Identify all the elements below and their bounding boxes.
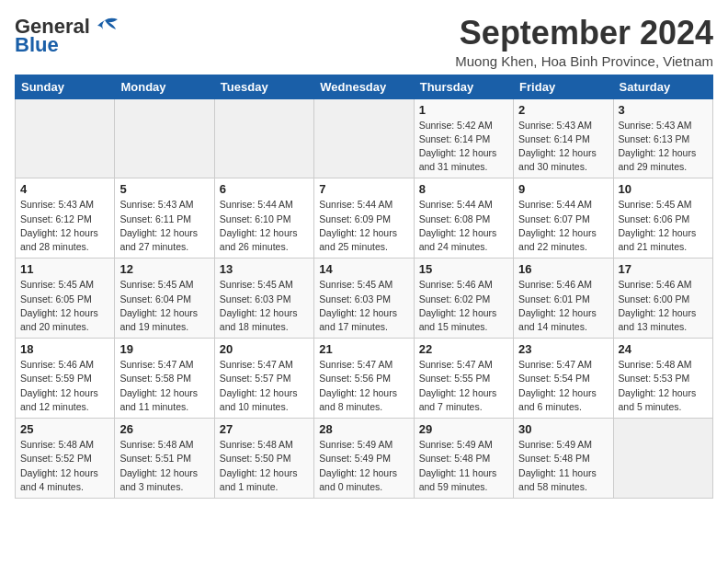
table-row: 2 Sunrise: 5:43 AMSunset: 6:14 PMDayligh… (514, 98, 613, 178)
day-info: Sunrise: 5:46 AMSunset: 6:01 PMDaylight:… (518, 278, 608, 334)
day-info: Sunrise: 5:44 AMSunset: 6:08 PMDaylight:… (419, 198, 508, 254)
table-row: 27 Sunrise: 5:48 AMSunset: 5:50 PMDaylig… (214, 419, 313, 499)
day-number: 2 (518, 103, 608, 117)
calendar-week-row: 18 Sunrise: 5:46 AMSunset: 5:59 PMDaylig… (16, 339, 713, 419)
table-row: 3 Sunrise: 5:43 AMSunset: 6:13 PMDayligh… (613, 98, 712, 178)
location-subtitle: Muong Khen, Hoa Binh Province, Vietnam (455, 53, 713, 69)
day-info: Sunrise: 5:48 AMSunset: 5:50 PMDaylight:… (220, 438, 309, 494)
table-row: 21 Sunrise: 5:47 AMSunset: 5:56 PMDaylig… (314, 339, 414, 419)
day-info: Sunrise: 5:44 AMSunset: 6:09 PMDaylight:… (319, 198, 408, 254)
table-row: 8 Sunrise: 5:44 AMSunset: 6:08 PMDayligh… (414, 178, 513, 259)
day-number: 10 (619, 182, 708, 196)
day-info: Sunrise: 5:47 AMSunset: 5:57 PMDaylight:… (220, 358, 309, 414)
table-row (314, 98, 414, 178)
day-info: Sunrise: 5:45 AMSunset: 6:04 PMDaylight:… (119, 278, 209, 334)
day-number: 21 (319, 342, 408, 356)
day-info: Sunrise: 5:42 AMSunset: 6:14 PMDaylight:… (419, 119, 508, 175)
col-monday: Monday (115, 75, 214, 98)
day-number: 17 (619, 262, 708, 276)
table-row: 24 Sunrise: 5:48 AMSunset: 5:53 PMDaylig… (613, 339, 712, 419)
day-info: Sunrise: 5:49 AMSunset: 5:49 PMDaylight:… (319, 438, 408, 494)
day-info: Sunrise: 5:45 AMSunset: 6:06 PMDaylight:… (619, 198, 708, 254)
day-info: Sunrise: 5:43 AMSunset: 6:14 PMDaylight:… (518, 119, 608, 175)
day-info: Sunrise: 5:47 AMSunset: 5:54 PMDaylight:… (518, 358, 608, 414)
table-row: 15 Sunrise: 5:46 AMSunset: 6:02 PMDaylig… (414, 259, 513, 339)
day-number: 9 (518, 182, 608, 196)
table-row: 23 Sunrise: 5:47 AMSunset: 5:54 PMDaylig… (514, 339, 613, 419)
day-info: Sunrise: 5:46 AMSunset: 6:02 PMDaylight:… (419, 278, 508, 334)
table-row: 12 Sunrise: 5:45 AMSunset: 6:04 PMDaylig… (115, 259, 214, 339)
day-number: 20 (220, 342, 309, 356)
day-info: Sunrise: 5:49 AMSunset: 5:48 PMDaylight:… (518, 438, 608, 494)
logo-bird-icon (92, 17, 119, 37)
table-row: 7 Sunrise: 5:44 AMSunset: 6:09 PMDayligh… (314, 178, 414, 259)
day-info: Sunrise: 5:45 AMSunset: 6:05 PMDaylight:… (20, 278, 109, 334)
day-number: 29 (419, 422, 508, 436)
day-info: Sunrise: 5:47 AMSunset: 5:55 PMDaylight:… (419, 358, 508, 414)
day-number: 11 (20, 262, 109, 276)
day-info: Sunrise: 5:47 AMSunset: 5:58 PMDaylight:… (119, 358, 209, 414)
table-row: 29 Sunrise: 5:49 AMSunset: 5:48 PMDaylig… (414, 419, 513, 499)
day-number: 3 (619, 103, 708, 117)
table-row: 17 Sunrise: 5:46 AMSunset: 6:00 PMDaylig… (613, 259, 712, 339)
day-info: Sunrise: 5:49 AMSunset: 5:48 PMDaylight:… (419, 438, 508, 494)
day-number: 16 (518, 262, 608, 276)
day-number: 27 (220, 422, 309, 436)
day-info: Sunrise: 5:44 AMSunset: 6:07 PMDaylight:… (518, 198, 608, 254)
day-number: 19 (119, 342, 209, 356)
table-row: 20 Sunrise: 5:47 AMSunset: 5:57 PMDaylig… (214, 339, 313, 419)
day-info: Sunrise: 5:46 AMSunset: 5:59 PMDaylight:… (20, 358, 109, 414)
table-row: 10 Sunrise: 5:45 AMSunset: 6:06 PMDaylig… (613, 178, 712, 259)
col-wednesday: Wednesday (314, 75, 414, 98)
table-row: 18 Sunrise: 5:46 AMSunset: 5:59 PMDaylig… (16, 339, 115, 419)
logo-blue-text: Blue (15, 33, 59, 57)
month-title: September 2024 (455, 15, 713, 52)
table-row: 28 Sunrise: 5:49 AMSunset: 5:49 PMDaylig… (314, 419, 414, 499)
day-number: 6 (220, 182, 309, 196)
day-number: 5 (119, 182, 209, 196)
table-row: 9 Sunrise: 5:44 AMSunset: 6:07 PMDayligh… (514, 178, 613, 259)
table-row: 16 Sunrise: 5:46 AMSunset: 6:01 PMDaylig… (514, 259, 613, 339)
calendar-week-row: 1 Sunrise: 5:42 AMSunset: 6:14 PMDayligh… (16, 98, 713, 178)
day-number: 25 (20, 422, 109, 436)
day-number: 15 (419, 262, 508, 276)
table-row: 22 Sunrise: 5:47 AMSunset: 5:55 PMDaylig… (414, 339, 513, 419)
col-friday: Friday (514, 75, 613, 98)
day-number: 8 (419, 182, 508, 196)
table-row (16, 98, 115, 178)
col-thursday: Thursday (414, 75, 513, 98)
col-sunday: Sunday (16, 75, 115, 98)
day-number: 23 (518, 342, 608, 356)
col-saturday: Saturday (613, 75, 712, 98)
page-header: General Blue September 2024 Muong Khen, … (15, 15, 713, 69)
day-number: 1 (419, 103, 508, 117)
day-number: 30 (518, 422, 608, 436)
day-number: 7 (319, 182, 408, 196)
logo: General Blue (15, 15, 119, 57)
table-row: 30 Sunrise: 5:49 AMSunset: 5:48 PMDaylig… (514, 419, 613, 499)
day-info: Sunrise: 5:43 AMSunset: 6:11 PMDaylight:… (119, 198, 209, 254)
table-row: 11 Sunrise: 5:45 AMSunset: 6:05 PMDaylig… (16, 259, 115, 339)
day-info: Sunrise: 5:45 AMSunset: 6:03 PMDaylight:… (220, 278, 309, 334)
day-number: 24 (619, 342, 708, 356)
day-number: 18 (20, 342, 109, 356)
calendar-week-row: 11 Sunrise: 5:45 AMSunset: 6:05 PMDaylig… (16, 259, 713, 339)
day-info: Sunrise: 5:48 AMSunset: 5:52 PMDaylight:… (20, 438, 109, 494)
day-info: Sunrise: 5:43 AMSunset: 6:12 PMDaylight:… (20, 198, 109, 254)
calendar-week-row: 25 Sunrise: 5:48 AMSunset: 5:52 PMDaylig… (16, 419, 713, 499)
table-row: 13 Sunrise: 5:45 AMSunset: 6:03 PMDaylig… (214, 259, 313, 339)
day-info: Sunrise: 5:48 AMSunset: 5:53 PMDaylight:… (619, 358, 708, 414)
day-info: Sunrise: 5:48 AMSunset: 5:51 PMDaylight:… (119, 438, 209, 494)
table-row: 6 Sunrise: 5:44 AMSunset: 6:10 PMDayligh… (214, 178, 313, 259)
table-row (214, 98, 313, 178)
day-number: 26 (119, 422, 209, 436)
day-info: Sunrise: 5:44 AMSunset: 6:10 PMDaylight:… (220, 198, 309, 254)
day-info: Sunrise: 5:43 AMSunset: 6:13 PMDaylight:… (619, 119, 708, 175)
day-number: 28 (319, 422, 408, 436)
title-block: September 2024 Muong Khen, Hoa Binh Prov… (455, 15, 713, 69)
calendar-table: Sunday Monday Tuesday Wednesday Thursday… (15, 75, 713, 499)
table-row (613, 419, 712, 499)
calendar-week-row: 4 Sunrise: 5:43 AMSunset: 6:12 PMDayligh… (16, 178, 713, 259)
day-number: 22 (419, 342, 508, 356)
calendar-header-row: Sunday Monday Tuesday Wednesday Thursday… (16, 75, 713, 98)
